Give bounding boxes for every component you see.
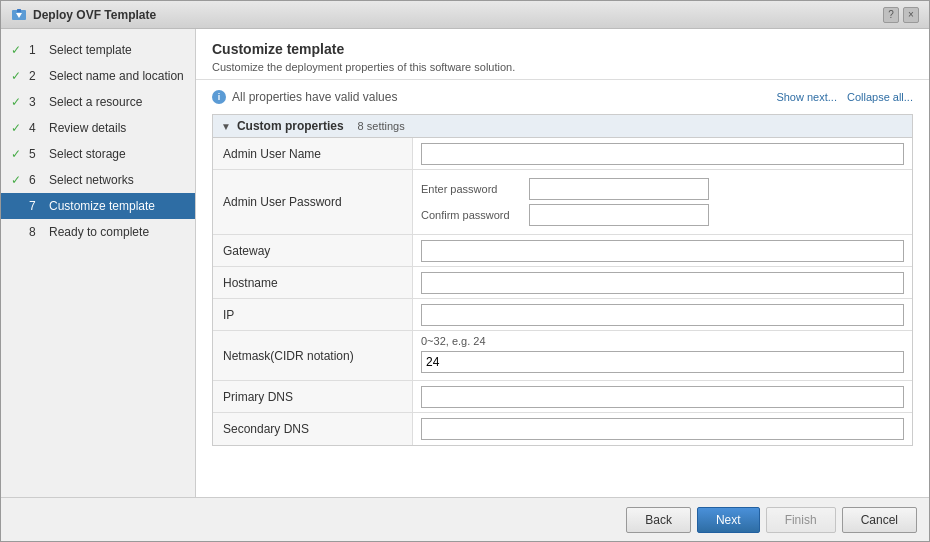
step-number: 1 [29,43,43,57]
check-icon: ✓ [11,147,23,161]
title-bar-controls: ? × [883,7,919,23]
next-button[interactable]: Next [697,507,760,533]
sidebar-item-label: Select template [49,43,132,57]
input-hostname[interactable] [421,272,904,294]
check-icon: ✓ [11,121,23,135]
title-bar: Deploy OVF Template ? × [1,1,929,29]
step-number: 2 [29,69,43,83]
input-enter-password[interactable] [529,178,709,200]
value-ip [413,299,912,330]
check-icon: ✓ [11,69,23,83]
password-confirm-row: Confirm password [421,204,904,226]
sidebar-item-label: Ready to complete [49,225,149,239]
cancel-button[interactable]: Cancel [842,507,917,533]
value-admin-user-password: Enter password Confirm password [413,170,912,234]
label-hostname: Hostname [213,267,413,298]
step-number: 6 [29,173,43,187]
confirm-password-label: Confirm password [421,209,521,221]
sidebar-item-6[interactable]: ✓6Select networks [1,167,195,193]
window-body: ✓1Select template✓2Select name and locat… [1,29,929,497]
sidebar-item-4[interactable]: ✓4Review details [1,115,195,141]
value-primary-dns [413,381,912,412]
value-admin-user-name [413,138,912,169]
check-icon: ✓ [11,43,23,57]
collapse-all-link[interactable]: Collapse all... [847,91,913,103]
main-content: Customize template Customize the deploym… [196,29,929,497]
info-icon: i [212,90,226,104]
input-primary-dns[interactable] [421,386,904,408]
content-header: Customize template Customize the deploym… [196,29,929,80]
form-row-netmask: Netmask(CIDR notation) 0~32, e.g. 24 [213,331,912,381]
info-bar: i All properties have valid values Show … [212,90,913,104]
content-body: i All properties have valid values Show … [196,80,929,497]
svg-rect-2 [17,9,21,12]
label-admin-user-password: Admin User Password [213,170,413,234]
sidebar-item-label: Customize template [49,199,155,213]
section-arrow-icon: ▼ [221,121,231,132]
password-enter-row: Enter password [421,178,904,200]
sidebar-item-7[interactable]: 7Customize template [1,193,195,219]
help-button[interactable]: ? [883,7,899,23]
form-row-secondary-dns: Secondary DNS [213,413,912,445]
main-window: Deploy OVF Template ? × ✓1Select templat… [0,0,930,542]
value-hostname [413,267,912,298]
window-title: Deploy OVF Template [33,8,156,22]
label-gateway: Gateway [213,235,413,266]
label-admin-user-name: Admin User Name [213,138,413,169]
input-confirm-password[interactable] [529,204,709,226]
form-row-admin-user-password: Admin User Password Enter password Confi… [213,170,912,235]
input-gateway[interactable] [421,240,904,262]
check-icon: ✓ [11,173,23,187]
show-next-link[interactable]: Show next... [776,91,837,103]
content-title: Customize template [212,41,913,57]
sidebar-item-label: Select a resource [49,95,142,109]
sidebar-item-8[interactable]: 8Ready to complete [1,219,195,245]
title-bar-left: Deploy OVF Template [11,7,156,23]
input-admin-user-name[interactable] [421,143,904,165]
value-gateway [413,235,912,266]
value-netmask: 0~32, e.g. 24 [413,331,912,380]
enter-password-label: Enter password [421,183,521,195]
label-ip: IP [213,299,413,330]
sidebar-item-label: Review details [49,121,126,135]
window-footer: Back Next Finish Cancel [1,497,929,541]
step-number: 3 [29,95,43,109]
label-netmask: Netmask(CIDR notation) [213,331,413,380]
netmask-hint: 0~32, e.g. 24 [421,335,486,347]
form-row-hostname: Hostname [213,267,912,299]
input-ip[interactable] [421,304,904,326]
sidebar: ✓1Select template✓2Select name and locat… [1,29,196,497]
close-button[interactable]: × [903,7,919,23]
step-number: 7 [29,199,43,213]
section-settings: 8 settings [358,120,405,132]
form-row-primary-dns: Primary DNS [213,381,912,413]
finish-button[interactable]: Finish [766,507,836,533]
check-icon: ✓ [11,95,23,109]
label-primary-dns: Primary DNS [213,381,413,412]
input-secondary-dns[interactable] [421,418,904,440]
sidebar-item-3[interactable]: ✓3Select a resource [1,89,195,115]
label-secondary-dns: Secondary DNS [213,413,413,445]
form-row-admin-user-name: Admin User Name [213,138,912,170]
info-bar-left: i All properties have valid values [212,90,397,104]
form-row-ip: IP [213,299,912,331]
step-number: 4 [29,121,43,135]
value-secondary-dns [413,413,912,445]
sidebar-item-5[interactable]: ✓5Select storage [1,141,195,167]
sidebar-item-label: Select storage [49,147,126,161]
deploy-icon [11,7,27,23]
sidebar-item-label: Select name and location [49,69,184,83]
form-row-gateway: Gateway [213,235,912,267]
section-title: Custom properties [237,119,344,133]
sidebar-item-label: Select networks [49,173,134,187]
sidebar-item-1[interactable]: ✓1Select template [1,37,195,63]
sidebar-item-2[interactable]: ✓2Select name and location [1,63,195,89]
back-button[interactable]: Back [626,507,691,533]
step-number: 8 [29,225,43,239]
password-group: Enter password Confirm password [421,174,904,230]
content-subtitle: Customize the deployment properties of t… [212,61,913,73]
step-number: 5 [29,147,43,161]
section-header[interactable]: ▼ Custom properties 8 settings [212,114,913,138]
input-netmask[interactable] [421,351,904,373]
info-bar-right: Show next... Collapse all... [776,91,913,103]
